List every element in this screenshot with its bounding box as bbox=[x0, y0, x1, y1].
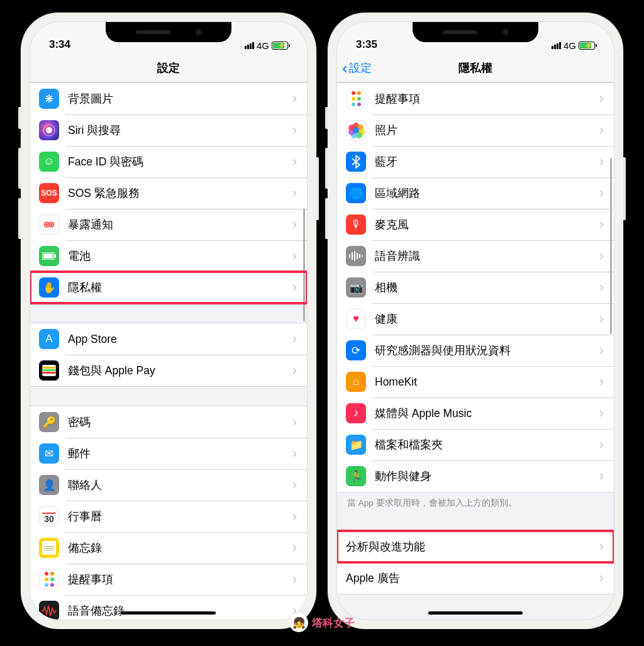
chevron-right-icon: › bbox=[292, 122, 297, 138]
row-camera[interactable]: 📷相機› bbox=[337, 272, 614, 303]
chevron-right-icon: › bbox=[599, 153, 604, 170]
passwords-icon: 🔑 bbox=[39, 412, 59, 432]
chevron-right-icon: › bbox=[292, 331, 297, 347]
chevron-right-icon: › bbox=[292, 414, 297, 430]
row-wallet[interactable]: 錢包與 Apple Pay› bbox=[30, 355, 307, 386]
chevron-right-icon: › bbox=[599, 311, 604, 327]
row-passwords[interactable]: 🔑密碼› bbox=[30, 406, 307, 438]
privacy-list[interactable]: 提醒事項›照片›藍牙›🌐區域網路›🎙麥克風›語音辨識›📷相機›♥健康›⟳研究感測… bbox=[337, 82, 614, 620]
chevron-right-icon: › bbox=[292, 279, 297, 296]
calendar-icon: ▬▬▬30 bbox=[39, 506, 59, 526]
row-bluetooth[interactable]: 藍牙› bbox=[337, 146, 614, 177]
row-appstore[interactable]: AApp Store› bbox=[30, 323, 307, 355]
status-time: 3:34 bbox=[49, 38, 70, 51]
row-motion[interactable]: 🏃動作與健身› bbox=[337, 460, 614, 492]
row-reminders2[interactable]: 提醒事項› bbox=[337, 83, 614, 114]
settings-group: AApp Store›錢包與 Apple Pay› bbox=[30, 323, 307, 387]
row-mail[interactable]: ✉郵件› bbox=[30, 438, 307, 469]
bluetooth-icon bbox=[346, 152, 366, 172]
row-label: 語音辨識 bbox=[375, 248, 599, 264]
row-analytics[interactable]: 分析與改進功能› bbox=[337, 531, 614, 562]
row-faceid[interactable]: ☺Face ID 與密碼› bbox=[30, 146, 307, 177]
row-label: 隱私權 bbox=[68, 280, 292, 295]
wallet-icon bbox=[39, 360, 59, 381]
row-calendar[interactable]: ▬▬▬30行事曆› bbox=[30, 501, 307, 532]
svg-rect-17 bbox=[359, 254, 360, 258]
row-appleads[interactable]: Apple 廣告› bbox=[337, 562, 614, 594]
chevron-right-icon: › bbox=[599, 279, 604, 296]
status-time: 3:35 bbox=[356, 38, 377, 51]
media-icon: ♪ bbox=[346, 403, 366, 423]
screen-left: 3:34 4G ⚡ 設定 ❋背景圖片›Siri 與搜尋›☺Face ID 與密碼… bbox=[30, 21, 308, 620]
row-label: 麥克風 bbox=[375, 217, 599, 232]
row-research[interactable]: ⟳研究感測器與使用狀況資料› bbox=[337, 335, 614, 366]
chevron-right-icon: › bbox=[599, 248, 604, 264]
scroll-indicator[interactable] bbox=[303, 208, 305, 321]
row-photos[interactable]: 照片› bbox=[337, 114, 614, 146]
exposure-icon bbox=[39, 214, 59, 235]
row-microphone[interactable]: 🎙麥克風› bbox=[337, 209, 614, 240]
chevron-right-icon: › bbox=[599, 91, 604, 107]
faceid-icon: ☺ bbox=[39, 152, 59, 172]
row-voicememos[interactable]: 語音備忘錄› bbox=[30, 595, 307, 620]
row-label: 背景圖片 bbox=[68, 91, 292, 106]
chevron-right-icon: › bbox=[599, 437, 604, 453]
reminders2-icon bbox=[346, 89, 366, 109]
row-siri[interactable]: Siri 與搜尋› bbox=[30, 114, 307, 146]
voicememos-icon bbox=[39, 601, 59, 620]
row-localnet[interactable]: 🌐區域網路› bbox=[337, 177, 614, 209]
row-label: 密碼 bbox=[68, 415, 292, 430]
row-notes[interactable]: 備忘錄› bbox=[30, 532, 307, 564]
chevron-left-icon: ‹ bbox=[342, 60, 348, 76]
chevron-right-icon: › bbox=[292, 477, 297, 493]
home-indicator[interactable] bbox=[121, 611, 216, 615]
svg-point-5 bbox=[50, 223, 53, 226]
contacts-icon: 👤 bbox=[39, 475, 59, 495]
nav-title: 隱私權 bbox=[458, 60, 492, 75]
watermark: 👧 塔科女子 bbox=[289, 613, 355, 632]
settings-group: 分析與改進功能›Apple 廣告› bbox=[337, 530, 614, 594]
svg-point-1 bbox=[46, 127, 52, 133]
home-indicator[interactable] bbox=[428, 611, 523, 615]
row-label: 電池 bbox=[68, 248, 292, 264]
row-privacy[interactable]: ✋隱私權› bbox=[30, 272, 307, 303]
chevron-right-icon: › bbox=[599, 216, 604, 233]
localnet-icon: 🌐 bbox=[346, 183, 366, 203]
row-files[interactable]: 📁檔案和檔案夾› bbox=[337, 429, 614, 460]
row-contacts[interactable]: 👤聯絡人› bbox=[30, 469, 307, 501]
research-icon: ⟳ bbox=[346, 340, 366, 360]
nav-bar: 設定 bbox=[30, 53, 307, 82]
privacy-icon: ✋ bbox=[39, 277, 59, 298]
row-label: 暴露通知 bbox=[68, 217, 292, 232]
row-label: Face ID 與密碼 bbox=[68, 154, 292, 169]
row-media[interactable]: ♪媒體與 Apple Music› bbox=[337, 398, 614, 429]
row-reminders[interactable]: 提醒事項› bbox=[30, 564, 307, 595]
chevron-right-icon: › bbox=[292, 571, 297, 588]
row-homekit[interactable]: ⌂HomeKit› bbox=[337, 366, 614, 398]
battery-icon: ⚡ bbox=[272, 42, 288, 50]
signal-icon bbox=[552, 42, 561, 49]
row-sos[interactable]: SOSSOS 緊急服務› bbox=[30, 177, 307, 209]
row-label: 行事曆 bbox=[68, 509, 292, 524]
row-label: 媒體與 Apple Music bbox=[375, 406, 599, 421]
row-battery[interactable]: 電池› bbox=[30, 240, 307, 272]
chevron-right-icon: › bbox=[292, 508, 297, 525]
svg-rect-11 bbox=[42, 369, 56, 371]
chevron-right-icon: › bbox=[599, 122, 604, 138]
row-wallpaper[interactable]: ❋背景圖片› bbox=[30, 83, 307, 114]
row-health[interactable]: ♥健康› bbox=[337, 303, 614, 335]
back-button[interactable]: ‹ 設定 bbox=[342, 60, 372, 76]
scroll-indicator[interactable] bbox=[610, 158, 612, 334]
watermark-text: 塔科女子 bbox=[312, 616, 355, 630]
notch bbox=[106, 22, 231, 42]
speaker bbox=[136, 30, 170, 34]
row-label: Siri 與搜尋 bbox=[68, 123, 292, 138]
battery-icon: ⚡ bbox=[579, 42, 595, 50]
speech-icon bbox=[346, 246, 366, 266]
row-exposure[interactable]: 暴露通知› bbox=[30, 209, 307, 240]
files-icon: 📁 bbox=[346, 435, 366, 455]
row-label: 檔案和檔案夾 bbox=[375, 437, 599, 452]
row-speech[interactable]: 語音辨識› bbox=[337, 240, 614, 272]
siri-icon bbox=[39, 120, 59, 140]
settings-list[interactable]: ❋背景圖片›Siri 與搜尋›☺Face ID 與密碼›SOSSOS 緊急服務›… bbox=[30, 82, 307, 620]
